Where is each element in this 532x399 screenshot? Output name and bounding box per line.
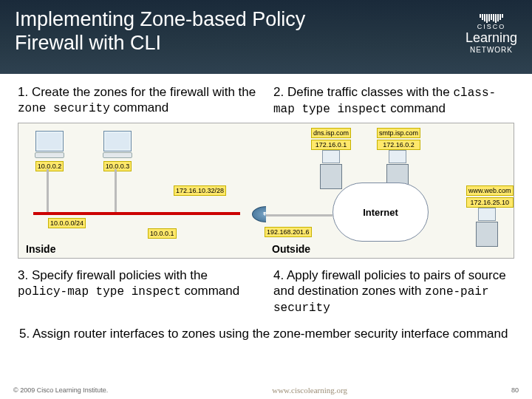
footer-url: www.ciscolearning.org — [272, 386, 347, 395]
dns-server: dns.isp.com 172.16.0.1 — [310, 126, 352, 189]
web-server: www.web.com 172.16.25.10 — [466, 184, 508, 247]
slide-body: 1. Create the zones for the firewall wit… — [0, 74, 532, 342]
mid-subnet-label: 172.16.10.32/28 — [174, 185, 226, 196]
outside-zone-label: Outside — [272, 243, 310, 255]
lan-subnet-label: 10.0.0.0/24 — [48, 218, 86, 228]
pc1-ip-label: 10.0.0.2 — [35, 161, 64, 171]
pc-1: 10.0.0.2 — [32, 131, 67, 171]
step-5: 5. Assign router interfaces to zones usi… — [18, 326, 514, 341]
logo-line2: NETWORK — [466, 46, 517, 54]
copyright: © 2009 Cisco Learning Institute. — [13, 386, 108, 394]
router-inside-ip-label: 10.0.0.1 — [148, 228, 177, 239]
cisco-bars-icon — [480, 14, 503, 23]
zone-outside: dns.isp.com 172.16.0.1 smtp.isp.com 172.… — [266, 123, 514, 258]
step-2: 2. Define traffic classes with the class… — [273, 84, 514, 117]
slide-header: Implementing Zone-based Policy Firewall … — [0, 0, 532, 74]
network-diagram: 10.0.0.2 10.0.0.3 10.0.0.0/24 172.16.10.… — [18, 123, 514, 259]
slide-footer: © 2009 Cisco Learning Institute. www.cis… — [0, 386, 532, 395]
cisco-logo: CISCO Learning NETWORK — [466, 12, 517, 54]
step-3: 3. Specify firewall policies with the po… — [18, 267, 259, 316]
pc2-ip-label: 10.0.0.3 — [103, 161, 132, 171]
slide-title: Implementing Zone-based Policy Firewall … — [15, 7, 369, 55]
step-4: 4. Apply firewall policies to pairs of s… — [273, 267, 514, 316]
smtp-server: smtp.isp.com 172.16.0.2 — [377, 126, 418, 189]
step-1: 1. Create the zones for the firewall wit… — [18, 84, 259, 117]
logo-line1: Learning — [466, 30, 517, 46]
zone-inside: 10.0.0.2 10.0.0.3 10.0.0.0/24 172.16.10.… — [18, 123, 266, 258]
router-outside-ip-label: 192.168.201.6 — [265, 227, 312, 237]
logo-brand: CISCO — [477, 23, 506, 30]
inside-zone-label: Inside — [26, 243, 55, 255]
internet-cloud-icon: Internet — [332, 183, 429, 242]
page-number: 80 — [511, 386, 519, 394]
pc-2: 10.0.0.3 — [100, 131, 135, 171]
